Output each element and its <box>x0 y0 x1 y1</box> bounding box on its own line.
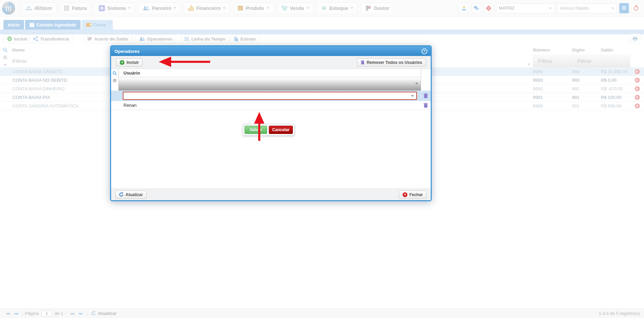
delete-row-icon[interactable]: × <box>635 86 640 91</box>
tab-close-icon[interactable]: × <box>109 21 111 24</box>
close-circle-icon: × <box>403 192 407 197</box>
cell-saldo: R$ 100,00 <box>601 95 630 100</box>
alerts-button[interactable]: ! <box>484 3 494 13</box>
cell-digito: 993 <box>572 78 601 83</box>
tab-label: Contato Agendado <box>36 22 76 27</box>
column-header-saldo[interactable]: Saldo <box>601 47 630 53</box>
button-label: Transferência <box>40 36 69 42</box>
delete-row-icon[interactable]: × <box>635 95 640 100</box>
chevron-down-icon[interactable] <box>527 64 530 65</box>
next-page-button[interactable]: ▶▶ <box>68 312 76 315</box>
plus-circle-icon: + <box>7 36 12 41</box>
filter-numero-input[interactable]: Filtrar <box>533 54 572 67</box>
menu-label: Parceiro <box>152 5 171 11</box>
cell-numero: 9992 <box>533 86 572 91</box>
menu-parceiro[interactable]: Parceiro <box>138 2 181 14</box>
menu-illistore[interactable]: illistore illiStore <box>21 2 57 14</box>
statement-search-icon <box>234 36 238 42</box>
cell-numero: 9991 <box>533 95 572 100</box>
modal-footer: Atualizar × Fechar <box>111 189 431 200</box>
menu-label: illiStore <box>35 5 52 11</box>
menu-venda[interactable]: Venda <box>277 2 313 14</box>
product-box-icon <box>238 6 243 11</box>
gear-icon[interactable] <box>112 78 117 83</box>
trash-icon[interactable] <box>424 103 428 108</box>
page-number-input[interactable] <box>41 310 52 317</box>
menu-label: Venda <box>290 5 304 11</box>
delete-row-icon[interactable]: × <box>635 103 640 109</box>
cell-numero: 9993 <box>533 78 572 83</box>
top-menu-bar: illistore illiStore Fatura Sistema <box>0 0 644 16</box>
transferencia-button[interactable]: Transferência <box>29 34 73 43</box>
user-select[interactable] <box>123 92 417 100</box>
company-select-value: MATRIZ <box>499 6 515 11</box>
chevron-down-icon <box>306 7 309 9</box>
column-header-numero[interactable]: Número <box>533 47 572 53</box>
tab-inicio[interactable]: Início <box>3 20 24 30</box>
gear-icon <box>99 5 105 11</box>
linha-tempo-button[interactable]: Linha do Tempo <box>181 34 229 43</box>
stock-cube-icon <box>321 5 327 11</box>
button-label: Extrato <box>240 36 256 42</box>
menu-estoque[interactable]: Estoque <box>317 2 358 14</box>
usuario-column-header[interactable]: Usuário <box>119 69 421 77</box>
modal-incluir-button[interactable]: + Incluir <box>116 58 143 67</box>
printer-icon <box>632 36 638 42</box>
menu-fatura[interactable]: Fatura <box>60 2 91 14</box>
wallet-icon <box>86 23 91 27</box>
company-select[interactable]: MATRIZ <box>496 3 555 13</box>
partners-icon <box>143 6 150 11</box>
account-toolbar: + Incluir Transferência Acerto de Saldo … <box>0 34 644 44</box>
cell-digito: 991 <box>572 95 601 100</box>
cancelar-button[interactable]: Cancelar <box>269 126 293 134</box>
chevron-down-icon <box>549 8 552 9</box>
modal-atualizar-button[interactable]: Atualizar <box>115 191 147 199</box>
alert-icon: ! <box>486 5 492 11</box>
delete-row-icon[interactable]: × <box>635 69 640 74</box>
user-profile-button[interactable] <box>459 3 469 13</box>
button-label: Incluir <box>127 60 139 65</box>
first-page-button[interactable]: ◀◀ <box>3 312 12 315</box>
refresh-button[interactable]: Atualizar <box>91 311 117 316</box>
share-icon <box>33 36 38 41</box>
cell-saldo: R$ 999,99 <box>601 103 630 109</box>
operadores-button[interactable]: Operadores <box>135 34 176 43</box>
help-button[interactable] <box>619 3 629 13</box>
print-button[interactable] <box>630 34 641 44</box>
refresh-icon <box>119 192 123 197</box>
cell-digito: 992 <box>572 86 601 91</box>
prev-page-button[interactable]: ◀◀ <box>12 312 20 315</box>
fechar-button[interactable]: × Fechar <box>399 191 427 199</box>
quick-access-select[interactable]: Acesso Rápido <box>557 3 617 13</box>
logout-button[interactable] <box>631 3 641 13</box>
search-icon[interactable] <box>112 71 117 76</box>
chevron-down-icon <box>174 7 176 9</box>
tab-contato-agendado[interactable]: Contato Agendado <box>25 20 81 30</box>
power-icon <box>634 6 639 11</box>
menu-financeiro[interactable]: Financeiro <box>184 2 230 14</box>
filter-saldo-input[interactable] <box>601 54 630 67</box>
timeline-icon <box>184 37 189 41</box>
menu-sistema[interactable]: Sistema <box>94 2 135 14</box>
filter-digito-input[interactable]: Filtrar <box>572 54 601 67</box>
remove-all-users-button[interactable]: Remover Todos os Usuários <box>357 58 426 67</box>
acerto-saldo-button[interactable]: Acerto de Saldo <box>83 34 132 43</box>
chevron-down-icon <box>266 7 269 9</box>
messages-button[interactable] <box>471 3 481 13</box>
extrato-button[interactable]: Extrato <box>230 34 260 43</box>
delete-row-icon[interactable]: × <box>635 78 640 83</box>
menu-gestor[interactable]: Gestor <box>361 2 394 14</box>
incluir-button[interactable]: + Incluir <box>3 34 31 43</box>
tab-label: Conta <box>93 22 106 27</box>
cart-icon <box>281 5 287 11</box>
trash-icon[interactable] <box>424 93 428 98</box>
modal-close-icon[interactable]: × <box>421 48 427 54</box>
last-page-button[interactable]: ▶▶ <box>76 312 85 315</box>
menu-produto[interactable]: Produto <box>233 2 274 14</box>
chevron-down-icon <box>611 8 614 9</box>
column-header-digito[interactable]: Dígito <box>572 47 601 53</box>
button-label: Fechar <box>409 192 423 197</box>
user-row[interactable]: Renan <box>111 101 431 110</box>
cell-digito: 994 <box>572 69 601 74</box>
tab-conta[interactable]: Conta × <box>82 20 113 30</box>
